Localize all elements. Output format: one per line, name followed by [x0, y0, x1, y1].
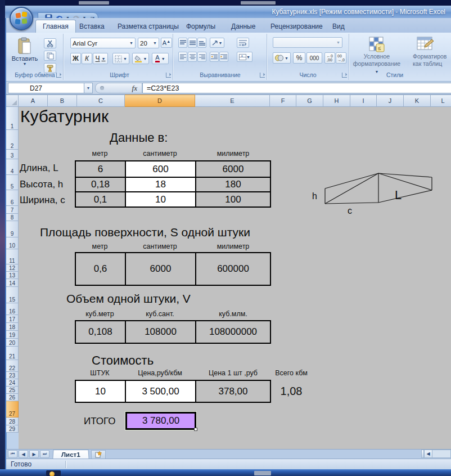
align-middle-button[interactable] [188, 38, 197, 48]
comma-style-button[interactable]: 000 [306, 52, 322, 64]
row-header-7[interactable]: 7 [6, 206, 19, 214]
insert-function-button[interactable]: fx [95, 83, 142, 93]
paste-button[interactable]: Вставить ▼ [11, 35, 38, 71]
tab-formuly[interactable]: Формулы [179, 20, 222, 33]
cell-qty[interactable]: 10 [76, 381, 125, 402]
cell-height-mm[interactable]: 180 [195, 178, 270, 191]
tab-vid[interactable]: Вид [326, 20, 351, 33]
align-left-button[interactable] [178, 52, 187, 62]
last-sheet-icon[interactable]: ⏭ [40, 450, 49, 458]
row-header-2[interactable]: 2 [6, 130, 19, 150]
row-header-1[interactable]: 1 [6, 107, 19, 130]
name-box-dropdown-icon[interactable]: ▼ [84, 83, 93, 93]
sheet-tab-list1[interactable]: Лист1 [52, 450, 89, 459]
cell-width-mm[interactable]: 100 [195, 192, 270, 206]
cell-width-m[interactable]: 0,1 [76, 192, 125, 206]
cell-volume-cm[interactable]: 108000 [125, 321, 195, 343]
row-header-21[interactable]: 21 [6, 347, 19, 360]
cell-length-m[interactable]: 6 [76, 161, 125, 177]
row-header-27[interactable]: 27 [6, 401, 19, 417]
cell-total-kbm[interactable]: 1,08 [258, 385, 325, 398]
row-header-24[interactable]: 24 [6, 379, 19, 387]
bold-button[interactable]: Ж [70, 53, 81, 64]
cell-height-cm[interactable]: 18 [125, 178, 195, 191]
row-header-18[interactable]: 18 [6, 323, 19, 331]
cut-button[interactable] [44, 38, 56, 48]
grow-font-button[interactable]: A▲ [161, 38, 172, 48]
row-header-12[interactable]: 12 [6, 264, 19, 272]
clipboard-dialog-launcher-icon[interactable] [56, 73, 61, 78]
align-bottom-button[interactable] [197, 38, 206, 48]
row-header-28[interactable]: 28 [6, 417, 19, 425]
tab-glavnaya[interactable]: Главная [35, 20, 76, 33]
copy-button[interactable] [44, 51, 56, 61]
wrap-text-button[interactable] [237, 38, 249, 48]
percent-style-button[interactable]: % [293, 52, 305, 64]
row-header-22[interactable]: 22 [6, 360, 19, 372]
tab-razmetka[interactable]: Разметка страницы [111, 20, 186, 33]
column-header-G[interactable]: G [296, 95, 323, 107]
cell-width-cm[interactable]: 10 [125, 192, 195, 206]
column-header-K[interactable]: K [404, 95, 431, 107]
column-header-J[interactable]: J [377, 95, 404, 107]
row-header-9[interactable]: 9 [6, 221, 19, 237]
total-cell-selected[interactable]: 3 780,00 [125, 412, 196, 430]
sheet-canvas[interactable]: Кубатурник Данные в: метр сантиметр мили… [19, 107, 451, 449]
fill-handle[interactable] [194, 428, 197, 431]
column-header-D[interactable]: D [125, 95, 195, 107]
title-bar[interactable]: ▼ ▼ ≡▾ Кубатурник.xls [Режим совместимос… [5, 6, 451, 18]
merge-center-button[interactable]: a▼ [237, 52, 252, 62]
tab-vstavka[interactable]: Вставка [73, 20, 111, 33]
next-sheet-icon[interactable]: ▶ [29, 450, 39, 458]
align-top-button[interactable] [178, 38, 187, 48]
insert-worksheet-tab[interactable] [91, 450, 106, 459]
row-header-26[interactable]: 26 [6, 394, 19, 401]
column-header-F[interactable]: F [270, 95, 296, 107]
font-dialog-launcher-icon[interactable] [166, 73, 171, 78]
row-header-29[interactable]: 29 [6, 425, 19, 433]
cell-height-m[interactable]: 0,18 [76, 178, 125, 191]
format-as-table-button[interactable]: Форматиров как таблиц [408, 36, 451, 77]
tab-dannye[interactable]: Данные [224, 20, 262, 33]
row-header-5[interactable]: 5 [6, 175, 19, 190]
formula-input[interactable]: =C23*E23 [142, 83, 451, 93]
column-header-A[interactable]: A [19, 95, 48, 107]
row-header-19[interactable]: 19 [6, 331, 19, 339]
prev-sheet-icon[interactable]: ◀ [19, 450, 28, 458]
alignment-dialog-launcher-icon[interactable] [260, 73, 265, 78]
row-header-20[interactable]: 20 [6, 339, 19, 347]
row-header-10[interactable]: 10 [6, 237, 19, 249]
underline-button[interactable]: Ч▼ [93, 53, 108, 64]
decrease-indent-button[interactable] [210, 52, 219, 62]
number-format-combo[interactable]: ▼ [273, 37, 342, 48]
name-box[interactable]: D27 [8, 83, 84, 93]
select-all-corner[interactable] [6, 95, 19, 107]
font-size-combo[interactable]: 20▼ [138, 38, 159, 48]
font-family-combo[interactable]: Arial Cyr▼ [70, 38, 136, 48]
column-header-H[interactable]: H [323, 95, 350, 107]
tab-recenzirovanie[interactable]: Рецензирование [264, 20, 330, 33]
orientation-button[interactable]: ▼ [210, 38, 224, 48]
column-header-I[interactable]: I [350, 95, 377, 107]
increase-indent-button[interactable] [219, 52, 228, 62]
office-button[interactable] [10, 7, 33, 30]
row-header-3[interactable]: 3 [6, 150, 19, 159]
cell-area-cm[interactable]: 6000 [125, 253, 195, 285]
row-header-13[interactable]: 13 [6, 272, 19, 279]
fill-color-button[interactable]: ▼ [132, 53, 149, 64]
row-header-14[interactable]: 14 [6, 279, 19, 287]
conditional-formatting-button[interactable]: ≤ Условное форматирование ▼ [355, 36, 399, 77]
accounting-format-button[interactable]: ▼ [273, 52, 291, 64]
row-header-17[interactable]: 17 [6, 315, 19, 323]
row-header-16[interactable]: 16 [6, 303, 19, 315]
column-header-B[interactable]: B [48, 95, 77, 107]
row-header-11[interactable]: 11 [6, 249, 19, 264]
align-center-button[interactable] [188, 52, 197, 62]
cell-length-mm[interactable]: 6000 [195, 161, 270, 177]
align-right-button[interactable] [197, 52, 206, 62]
row-header-23[interactable]: 23 [6, 372, 19, 379]
paste-dropdown-icon[interactable]: ▼ [23, 62, 27, 66]
cell-area-mm[interactable]: 600000 [195, 253, 270, 285]
column-header-C[interactable]: C [77, 95, 125, 107]
cell-price-kbm[interactable]: 3 500,00 [125, 381, 195, 402]
